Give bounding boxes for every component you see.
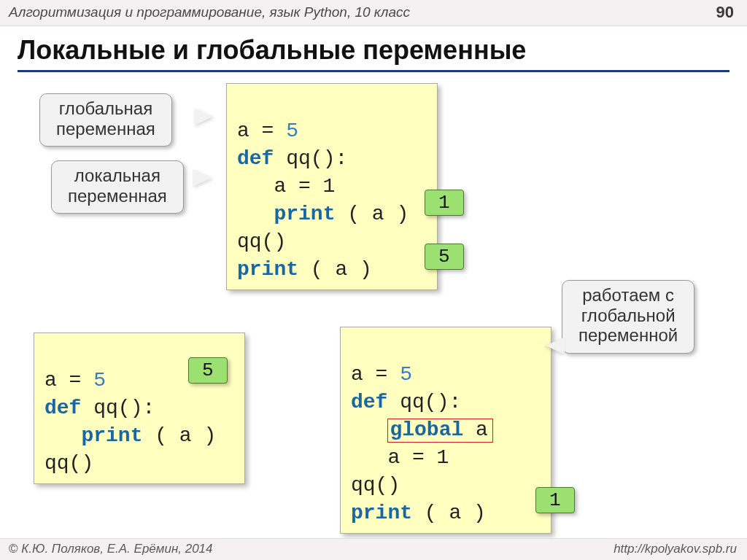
callout-tail-icon bbox=[546, 337, 565, 354]
code-block-2: a = 5 def qq(): print ( a ) qq() bbox=[34, 332, 245, 484]
footer-copyright: © К.Ю. Поляков, Е.А. Ерёмин, 2014 bbox=[9, 542, 213, 556]
callout-tail-icon bbox=[194, 108, 213, 125]
output-badge-1: 1 bbox=[425, 190, 464, 216]
callout-work-global: работаем с глобальной переменной bbox=[562, 280, 694, 354]
callout-text: глобальная переменная bbox=[56, 98, 155, 139]
slide-title: Локальные и глобальные переменные bbox=[18, 35, 526, 66]
code-block-3: a = 5 def qq(): global a a = 1 qq() prin… bbox=[340, 327, 551, 534]
output-badge-5: 5 bbox=[425, 244, 464, 270]
copyright-icon: © bbox=[9, 542, 18, 556]
footer-url: http://kpolyakov.spb.ru bbox=[614, 542, 737, 556]
callout-text: локальная переменная bbox=[68, 166, 167, 206]
code-text: a = 5 def qq(): print ( a ) qq() bbox=[44, 369, 216, 475]
callout-tail-icon bbox=[193, 169, 212, 187]
title-underline bbox=[18, 70, 729, 72]
code-text: a = 5 def qq(): global a a = 1 qq() prin… bbox=[351, 363, 493, 524]
output-badge-1b: 1 bbox=[535, 487, 575, 513]
global-highlight: global a bbox=[387, 419, 492, 443]
callout-text: работаем с глобальной переменной bbox=[578, 285, 678, 346]
code-block-1: a = 5 def qq(): a = 1 print ( a ) qq() p… bbox=[226, 83, 438, 290]
output-badge-5b: 5 bbox=[188, 357, 228, 384]
callout-local-var: локальная переменная bbox=[51, 160, 184, 214]
header-subject: Алгоритмизация и программирование, язык … bbox=[9, 4, 410, 20]
page-number: 90 bbox=[716, 3, 734, 22]
callout-global-var: глобальная переменная bbox=[39, 93, 172, 147]
code-text: a = 5 def qq(): a = 1 print ( a ) qq() p… bbox=[237, 120, 409, 281]
